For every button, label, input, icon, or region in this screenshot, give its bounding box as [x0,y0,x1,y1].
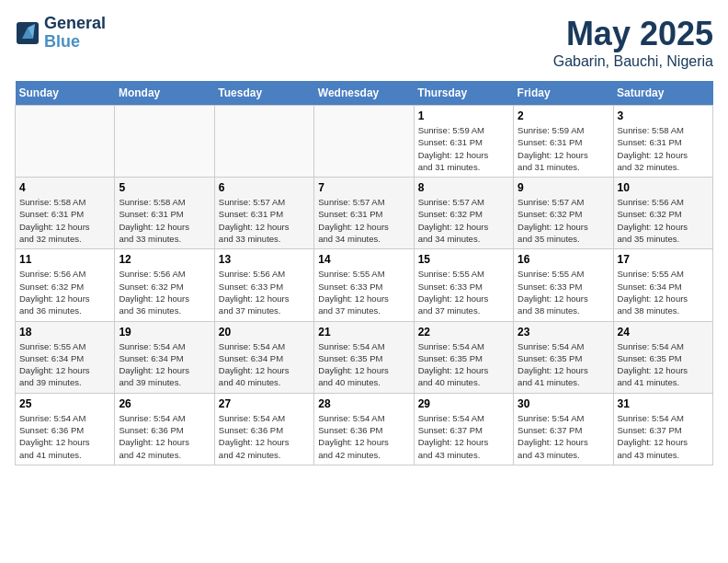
calendar-cell: 13Sunrise: 5:56 AM Sunset: 6:33 PM Dayli… [214,249,313,321]
day-number: 27 [219,397,310,410]
calendar-cell: 14Sunrise: 5:55 AM Sunset: 6:33 PM Dayli… [314,249,414,321]
day-info: Sunrise: 5:56 AM Sunset: 6:32 PM Dayligh… [618,196,709,245]
calendar-week-row: 18Sunrise: 5:55 AM Sunset: 6:34 PM Dayli… [16,321,713,393]
day-info: Sunrise: 5:59 AM Sunset: 6:31 PM Dayligh… [418,124,509,173]
day-number: 9 [518,181,609,194]
day-number: 29 [418,397,509,410]
calendar-cell: 30Sunrise: 5:54 AM Sunset: 6:37 PM Dayli… [514,393,613,465]
title-section: May 2025 Gabarin, Bauchi, Nigeria [553,15,713,70]
day-info: Sunrise: 5:56 AM Sunset: 6:33 PM Dayligh… [219,268,310,316]
calendar-cell: 27Sunrise: 5:54 AM Sunset: 6:36 PM Dayli… [214,393,313,465]
day-info: Sunrise: 5:57 AM Sunset: 6:32 PM Dayligh… [518,196,609,245]
weekday-header-monday: Monday [115,81,214,106]
calendar-cell: 12Sunrise: 5:56 AM Sunset: 6:32 PM Dayli… [115,249,214,321]
calendar-cell: 9Sunrise: 5:57 AM Sunset: 6:32 PM Daylig… [514,178,613,249]
day-number: 13 [219,253,310,266]
day-info: Sunrise: 5:54 AM Sunset: 6:37 PM Dayligh… [418,412,509,461]
day-info: Sunrise: 5:55 AM Sunset: 6:34 PM Dayligh… [19,340,110,389]
day-info: Sunrise: 5:59 AM Sunset: 6:31 PM Dayligh… [518,124,609,173]
calendar-cell: 8Sunrise: 5:57 AM Sunset: 6:32 PM Daylig… [414,178,513,249]
logo-text: General Blue [44,15,106,52]
day-info: Sunrise: 5:54 AM Sunset: 6:36 PM Dayligh… [19,412,110,461]
day-number: 31 [618,397,709,410]
calendar-week-row: 1Sunrise: 5:59 AM Sunset: 6:31 PM Daylig… [16,106,713,178]
calendar-cell: 11Sunrise: 5:56 AM Sunset: 6:32 PM Dayli… [16,249,115,321]
day-number: 3 [618,109,709,122]
day-number: 10 [618,181,709,194]
day-info: Sunrise: 5:54 AM Sunset: 6:35 PM Dayligh… [518,340,609,389]
calendar-cell: 4Sunrise: 5:58 AM Sunset: 6:31 PM Daylig… [16,178,115,249]
calendar-week-row: 11Sunrise: 5:56 AM Sunset: 6:32 PM Dayli… [16,249,713,321]
day-number: 24 [618,326,709,339]
day-info: Sunrise: 5:55 AM Sunset: 6:33 PM Dayligh… [518,268,609,316]
day-info: Sunrise: 5:54 AM Sunset: 6:35 PM Dayligh… [318,340,409,389]
day-number: 18 [19,326,110,339]
day-info: Sunrise: 5:54 AM Sunset: 6:35 PM Dayligh… [418,340,509,389]
day-info: Sunrise: 5:58 AM Sunset: 6:31 PM Dayligh… [618,124,709,173]
day-number: 30 [518,397,609,410]
weekday-header-tuesday: Tuesday [214,81,313,106]
day-number: 25 [19,397,110,410]
calendar-table: SundayMondayTuesdayWednesdayThursdayFrid… [15,81,713,465]
calendar-cell [214,106,313,178]
calendar-cell: 21Sunrise: 5:54 AM Sunset: 6:35 PM Dayli… [314,321,414,393]
calendar-cell: 26Sunrise: 5:54 AM Sunset: 6:36 PM Dayli… [115,393,214,465]
day-number: 17 [618,253,709,266]
logo-line1: General [44,15,106,33]
logo-line2: Blue [44,33,106,52]
calendar-cell: 23Sunrise: 5:54 AM Sunset: 6:35 PM Dayli… [514,321,613,393]
calendar-cell: 31Sunrise: 5:54 AM Sunset: 6:37 PM Dayli… [613,393,712,465]
month-title: May 2025 [553,15,713,53]
day-number: 2 [518,109,609,122]
weekday-header-friday: Friday [514,81,613,106]
location-title: Gabarin, Bauchi, Nigeria [553,53,713,70]
calendar-cell: 6Sunrise: 5:57 AM Sunset: 6:31 PM Daylig… [214,178,313,249]
day-number: 28 [318,397,409,410]
calendar-cell: 19Sunrise: 5:54 AM Sunset: 6:34 PM Dayli… [115,321,214,393]
weekday-header-sunday: Sunday [16,81,115,106]
day-number: 20 [219,326,310,339]
calendar-cell: 24Sunrise: 5:54 AM Sunset: 6:35 PM Dayli… [613,321,712,393]
page-header: General Blue May 2025 Gabarin, Bauchi, N… [15,15,713,70]
day-number: 7 [318,181,409,194]
weekday-header-saturday: Saturday [613,81,712,106]
calendar-cell: 1Sunrise: 5:59 AM Sunset: 6:31 PM Daylig… [414,106,513,178]
day-info: Sunrise: 5:57 AM Sunset: 6:32 PM Dayligh… [418,196,509,245]
calendar-cell: 7Sunrise: 5:57 AM Sunset: 6:31 PM Daylig… [314,178,414,249]
weekday-header-row: SundayMondayTuesdayWednesdayThursdayFrid… [16,81,713,106]
day-info: Sunrise: 5:58 AM Sunset: 6:31 PM Dayligh… [19,196,110,245]
day-info: Sunrise: 5:54 AM Sunset: 6:34 PM Dayligh… [219,340,310,389]
calendar-cell: 18Sunrise: 5:55 AM Sunset: 6:34 PM Dayli… [16,321,115,393]
calendar-cell: 17Sunrise: 5:55 AM Sunset: 6:34 PM Dayli… [613,249,712,321]
calendar-cell: 20Sunrise: 5:54 AM Sunset: 6:34 PM Dayli… [214,321,313,393]
day-number: 12 [119,253,210,266]
day-info: Sunrise: 5:55 AM Sunset: 6:33 PM Dayligh… [418,268,509,316]
calendar-cell: 2Sunrise: 5:59 AM Sunset: 6:31 PM Daylig… [514,106,613,178]
day-number: 16 [518,253,609,266]
day-info: Sunrise: 5:56 AM Sunset: 6:32 PM Dayligh… [119,268,210,316]
day-number: 23 [518,326,609,339]
calendar-cell [16,106,115,178]
day-info: Sunrise: 5:57 AM Sunset: 6:31 PM Dayligh… [318,196,409,245]
logo: General Blue [15,15,106,52]
calendar-cell: 16Sunrise: 5:55 AM Sunset: 6:33 PM Dayli… [514,249,613,321]
logo-icon [15,20,40,46]
weekday-header-wednesday: Wednesday [314,81,414,106]
day-number: 15 [418,253,509,266]
calendar-cell [115,106,214,178]
day-number: 14 [318,253,409,266]
day-info: Sunrise: 5:57 AM Sunset: 6:31 PM Dayligh… [219,196,310,245]
day-info: Sunrise: 5:54 AM Sunset: 6:36 PM Dayligh… [219,412,310,461]
day-number: 1 [418,109,509,122]
day-info: Sunrise: 5:54 AM Sunset: 6:37 PM Dayligh… [618,412,709,461]
day-info: Sunrise: 5:54 AM Sunset: 6:36 PM Dayligh… [318,412,409,461]
day-info: Sunrise: 5:55 AM Sunset: 6:33 PM Dayligh… [318,268,409,316]
calendar-week-row: 25Sunrise: 5:54 AM Sunset: 6:36 PM Dayli… [16,393,713,465]
day-info: Sunrise: 5:54 AM Sunset: 6:34 PM Dayligh… [119,340,210,389]
day-number: 21 [318,326,409,339]
day-number: 8 [418,181,509,194]
calendar-week-row: 4Sunrise: 5:58 AM Sunset: 6:31 PM Daylig… [16,178,713,249]
calendar-cell: 28Sunrise: 5:54 AM Sunset: 6:36 PM Dayli… [314,393,414,465]
calendar-cell [314,106,414,178]
weekday-header-thursday: Thursday [414,81,513,106]
